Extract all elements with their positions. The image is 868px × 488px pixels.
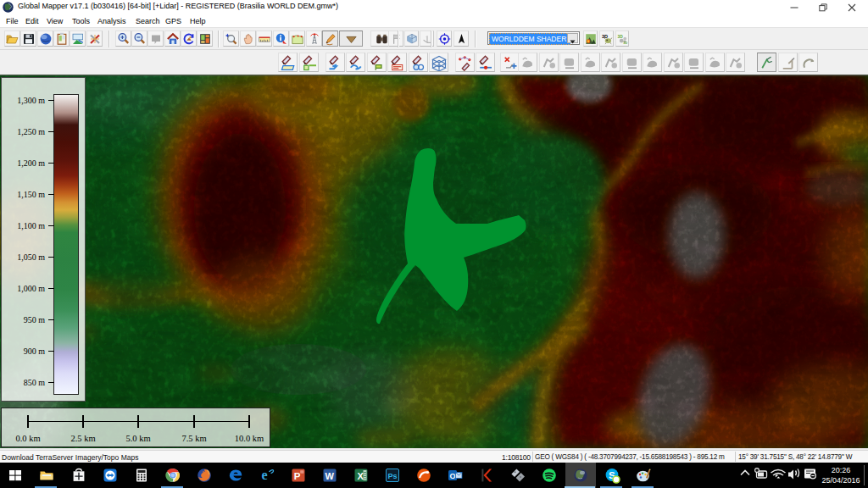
svg-text:O: O: [450, 472, 456, 480]
svg-text:3D: 3D: [602, 34, 608, 39]
svg-text:3D: 3D: [623, 42, 627, 45]
svg-text:P: P: [294, 471, 301, 481]
svg-text:W: W: [326, 471, 335, 481]
svg-text:X: X: [358, 471, 364, 481]
svg-text:Ps: Ps: [388, 472, 398, 480]
svg-text:3D: 3D: [617, 35, 623, 39]
